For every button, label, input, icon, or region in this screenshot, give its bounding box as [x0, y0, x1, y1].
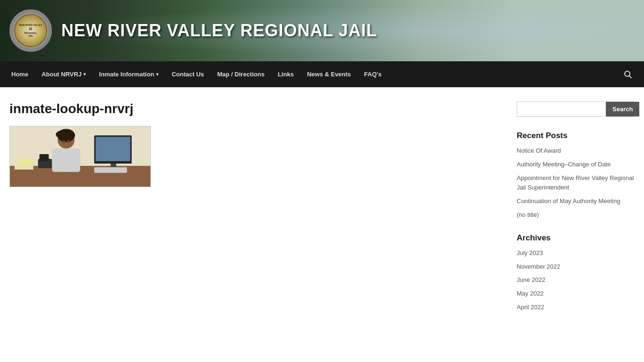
inmate-image — [9, 126, 151, 187]
archive-3[interactable]: June 2022 — [517, 275, 635, 285]
nav-inmate-information[interactable]: Inmate Information — [92, 61, 165, 87]
svg-point-18 — [67, 140, 70, 143]
logo-badge: NEW RIVER VALLEY ⚖ REGIONAL JAIL — [9, 9, 52, 52]
svg-rect-9 — [94, 167, 127, 173]
header-banner: NEW RIVER VALLEY ⚖ REGIONAL JAIL NEW RIV… — [0, 0, 644, 61]
recent-post-1[interactable]: Notice Of Award — [517, 146, 635, 156]
recent-posts-title: Recent Posts — [517, 131, 635, 140]
svg-rect-11 — [40, 154, 49, 161]
sidebar: Search Recent Posts Notice Of Award Auth… — [517, 101, 635, 326]
archive-2[interactable]: November 2022 — [517, 262, 635, 272]
svg-rect-20 — [19, 159, 33, 164]
recent-posts-section: Recent Posts Notice Of Award Authority M… — [517, 131, 635, 220]
nav-contact[interactable]: Contact Us — [165, 61, 211, 87]
nav-links[interactable]: Links — [271, 61, 300, 87]
page-title: inmate-lookup-nrvrj — [9, 101, 498, 116]
archives-section: Archives July 2023 November 2022 June 20… — [517, 233, 635, 313]
nav-news-events[interactable]: News & Events — [300, 61, 357, 87]
sidebar-search-box: Search — [517, 101, 635, 117]
svg-point-17 — [62, 140, 65, 143]
svg-line-1 — [629, 75, 632, 78]
main-content: inmate-lookup-nrvrj — [9, 101, 498, 326]
page-container: inmate-lookup-nrvrj — [0, 87, 644, 340]
nav-about[interactable]: About NRVRJ — [35, 61, 92, 87]
sidebar-search-button[interactable]: Search — [606, 102, 639, 116]
nav-faqs[interactable]: FAQ's — [357, 61, 388, 87]
nav-bar: Home About NRVRJ Inmate Information Cont… — [0, 61, 644, 87]
svg-rect-7 — [111, 164, 116, 167]
nav-search-icon[interactable] — [617, 61, 639, 87]
archive-5[interactable]: April 2022 — [517, 303, 635, 313]
svg-rect-19 — [15, 163, 33, 170]
sidebar-search-input[interactable] — [517, 102, 606, 116]
archive-4[interactable]: May 2022 — [517, 289, 635, 299]
archives-title: Archives — [517, 233, 635, 243]
recent-post-2[interactable]: Authority Meeting–Change of Date — [517, 160, 635, 170]
recent-post-4[interactable]: Continuation of May Authority Meeting — [517, 197, 635, 206]
svg-rect-6 — [96, 137, 131, 161]
archive-1[interactable]: July 2023 — [517, 248, 635, 258]
recent-post-5[interactable]: (no title) — [517, 210, 635, 220]
recent-post-3[interactable]: Appointment for New River Valley Regiona… — [517, 173, 635, 193]
nav-home[interactable]: Home — [5, 61, 35, 87]
svg-point-14 — [56, 131, 67, 138]
nav-map-directions[interactable]: Map / Directions — [211, 61, 271, 87]
site-title: NEW RIVER VALLEY REGIONAL JAIL — [61, 21, 377, 41]
